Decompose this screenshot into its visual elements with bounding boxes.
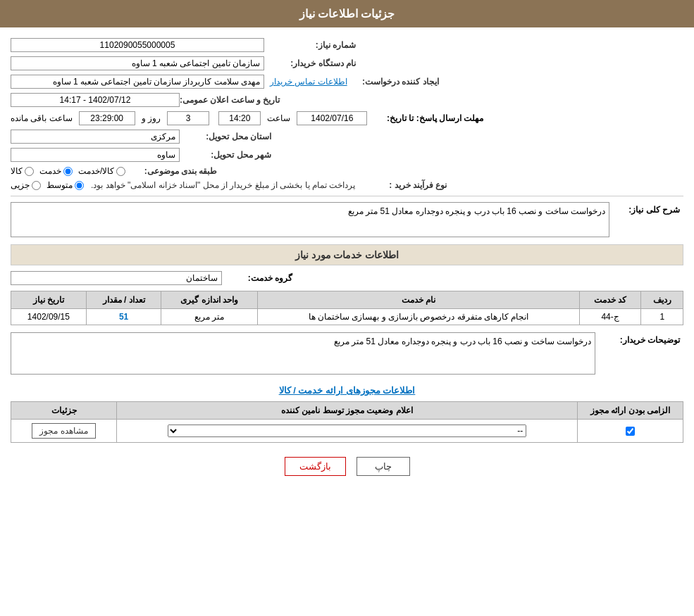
cell-tarikh: 1402/09/15 bbox=[11, 309, 87, 325]
mojavez-col-vaziat: اعلام وضعیت مجوز توسط نامین کننده bbox=[117, 402, 578, 420]
tarikh-row: تاریخ و ساعت اعلان عمومی: 1402/07/12 - 1… bbox=[11, 93, 683, 107]
tabaqe-kala-khedmat-item[interactable]: کالا/خدمت bbox=[78, 166, 125, 176]
sharh-row: شرح کلی نیاز: درخواست ساخت و نصب 16 باب … bbox=[11, 202, 683, 237]
tabaqe-kala-label: کالا bbox=[11, 166, 23, 176]
farayand-row: نوع فرآیند خرید : پرداخت تمام یا بخشی از… bbox=[11, 180, 683, 190]
tabaqe-kala-item[interactable]: کالا bbox=[11, 166, 34, 176]
tarikh-label: تاریخ و ساعت اعلان عمومی: bbox=[180, 95, 280, 105]
nam-dastgah-label: نام دستگاه خریدار: bbox=[264, 58, 356, 68]
mohlat-saat-label: ساعت bbox=[267, 113, 290, 123]
ostan-label: استان محل تحویل: bbox=[180, 132, 271, 142]
shahr-input[interactable] bbox=[11, 148, 180, 162]
tabaqe-khedmat-radio[interactable] bbox=[63, 167, 73, 176]
mohlat-label: مهلت ارسال پاسخ: تا تاریخ: bbox=[371, 113, 483, 123]
cell-name: انجام کارهای متفرقه درخصوص بازسازی و بهس… bbox=[258, 309, 580, 325]
mojavez-cell-elzami bbox=[578, 420, 683, 443]
tawzihat-label: توضیحات خریدار: bbox=[595, 332, 680, 345]
mojavez-table: الزامی بودن ارائه مجوز اعلام وضعیت مجوز … bbox=[11, 401, 683, 443]
moshahede-mojavez-button[interactable]: مشاهده مجوز bbox=[32, 423, 95, 439]
shahr-row: شهر محل تحویل: bbox=[11, 148, 683, 162]
tabaqe-khedmat-label: خدمت bbox=[39, 166, 61, 176]
page-header: جزئیات اطلاعات نیاز bbox=[0, 0, 694, 27]
col-tarikh: تاریخ نیاز bbox=[11, 291, 87, 309]
cell-tedad: 51 bbox=[86, 309, 161, 325]
gorohe-input[interactable] bbox=[11, 271, 222, 285]
tabaqe-row: طبقه بندی موضوعی: کالا/خدمت خدمت کالا bbox=[11, 166, 683, 176]
mohlat-roz-label: روز و bbox=[142, 113, 161, 123]
sharh-label: شرح کلی نیاز: bbox=[609, 202, 680, 215]
mohlat-date-input[interactable] bbox=[297, 111, 367, 125]
tabaqe-radio-group: کالا/خدمت خدمت کالا bbox=[11, 166, 125, 176]
ijad-konande-input[interactable] bbox=[11, 75, 264, 89]
page-title: جزئیات اطلاعات نیاز bbox=[299, 8, 395, 20]
page-wrapper: جزئیات اطلاعات نیاز شماره نیاز: نام دستگ… bbox=[0, 0, 694, 616]
mojavez-row: -- مشاهده مجوز bbox=[11, 420, 683, 443]
farayand-mottavasset-label: متوسط bbox=[47, 180, 73, 190]
col-vahed: واحد اندازه گیری bbox=[161, 291, 258, 309]
tarikh-value: 1402/07/12 - 14:17 bbox=[11, 93, 180, 107]
elzami-checkbox[interactable] bbox=[626, 427, 635, 436]
gorohe-label: گروه خدمت: bbox=[222, 273, 292, 283]
col-tedad: تعداد / مقدار bbox=[86, 291, 161, 309]
col-name: نام خدمت bbox=[258, 291, 580, 309]
cell-kod: ج-44 bbox=[579, 309, 641, 325]
sharh-text: درخواست ساخت و نصب 16 باب درب و پنجره دو… bbox=[348, 206, 605, 216]
shahr-label: شهر محل تحویل: bbox=[180, 150, 271, 160]
cell-vahed: متر مربع bbox=[161, 309, 258, 325]
mohlat-saat-input[interactable] bbox=[79, 111, 135, 125]
shomare-niaz-label: شماره نیاز: bbox=[264, 40, 356, 50]
mojavez-col-elzami: الزامی بودن ارائه مجوز bbox=[578, 402, 683, 420]
shomare-niaz-row: شماره نیاز: bbox=[11, 38, 683, 52]
back-button[interactable]: بازگشت bbox=[285, 457, 346, 476]
action-buttons-row: چاپ بازگشت bbox=[11, 457, 683, 476]
farayand-jozi-item[interactable]: جزیی bbox=[11, 180, 41, 190]
mohlat-roz-input[interactable] bbox=[167, 111, 209, 125]
cell-radif: 1 bbox=[641, 309, 683, 325]
mojavez-cell-joziyat: مشاهده مجوز bbox=[11, 420, 117, 443]
vaziat-select[interactable]: -- bbox=[168, 425, 527, 437]
tabaqe-label: طبقه بندی موضوعی: bbox=[125, 166, 217, 176]
tabaqe-kala-khedmat-label: کالا/خدمت bbox=[78, 166, 114, 176]
farayand-jozi-label: جزیی bbox=[11, 180, 30, 190]
tawzihat-row: توضیحات خریدار: درخواست ساخت و نصب 16 با… bbox=[11, 332, 683, 375]
shomare-niaz-input[interactable] bbox=[11, 38, 264, 52]
ostan-input[interactable] bbox=[11, 130, 180, 144]
tawzihat-content: درخواست ساخت و نصب 16 باب درب و پنجره دو… bbox=[11, 332, 595, 375]
farayand-mottavasset-item[interactable]: متوسط bbox=[47, 180, 84, 190]
tawzihat-text: درخواست ساخت و نصب 16 باب درب و پنجره دو… bbox=[334, 337, 591, 346]
table-row: 1 ج-44 انجام کارهای متفرقه درخصوص بازساز… bbox=[11, 309, 683, 325]
mojavez-col-joziyat: جزئیات bbox=[11, 402, 117, 420]
mohlat-time-input[interactable] bbox=[218, 111, 261, 125]
tabaqe-khedmat-item[interactable]: خدمت bbox=[39, 166, 73, 176]
tabaqe-kala-radio[interactable] bbox=[25, 167, 34, 176]
gorohe-row: گروه خدمت: bbox=[11, 271, 683, 285]
divider1 bbox=[11, 196, 683, 196]
mohlat-mande-label: ساعت باقی مانده bbox=[11, 113, 73, 123]
nam-dastgah-input[interactable] bbox=[11, 56, 264, 70]
farayand-jozi-radio[interactable] bbox=[32, 181, 41, 190]
ostan-row: استان محل تحویل: bbox=[11, 130, 683, 144]
tabaqe-kala-khedmat-radio[interactable] bbox=[116, 167, 125, 176]
farayand-note: پرداخت تمام یا بخشی از مبلغ خریدار از مح… bbox=[91, 180, 355, 190]
elzami-checkbox-wrapper[interactable] bbox=[583, 427, 677, 436]
mohlat-row: مهلت ارسال پاسخ: تا تاریخ: ساعت روز و سا… bbox=[11, 111, 683, 125]
print-button[interactable]: چاپ bbox=[357, 457, 410, 476]
main-section: شماره نیاز: نام دستگاه خریدار: ایجاد کنن… bbox=[0, 34, 694, 479]
mojavez-cell-vaziat: -- bbox=[117, 420, 578, 443]
farayand-label: نوع فرآیند خرید : bbox=[355, 180, 447, 190]
mojavez-section-title[interactable]: اطلاعات مجوزهای ارائه خدمت / کالا bbox=[11, 385, 683, 396]
tamas-khardar-link[interactable]: اطلاعات تماس خریدار bbox=[270, 77, 347, 87]
ijad-konande-label: ایجاد کننده درخواست: bbox=[347, 77, 439, 87]
col-kod: کد خدمت bbox=[579, 291, 641, 309]
ijad-konande-row: ایجاد کننده درخواست: اطلاعات تماس خریدار bbox=[11, 75, 683, 89]
sharh-content: درخواست ساخت و نصب 16 باب درب و پنجره دو… bbox=[11, 202, 609, 237]
farayand-mottavasset-radio[interactable] bbox=[75, 181, 84, 190]
farayand-radio-group: متوسط جزیی bbox=[11, 180, 84, 190]
khadamat-table: ردیف کد خدمت نام خدمت واحد اندازه گیری ت… bbox=[11, 291, 683, 325]
col-radif: ردیف bbox=[641, 291, 683, 309]
nam-dastgah-row: نام دستگاه خریدار: bbox=[11, 56, 683, 70]
khadamat-section-title: اطلاعات خدمات مورد نیاز bbox=[11, 244, 683, 265]
